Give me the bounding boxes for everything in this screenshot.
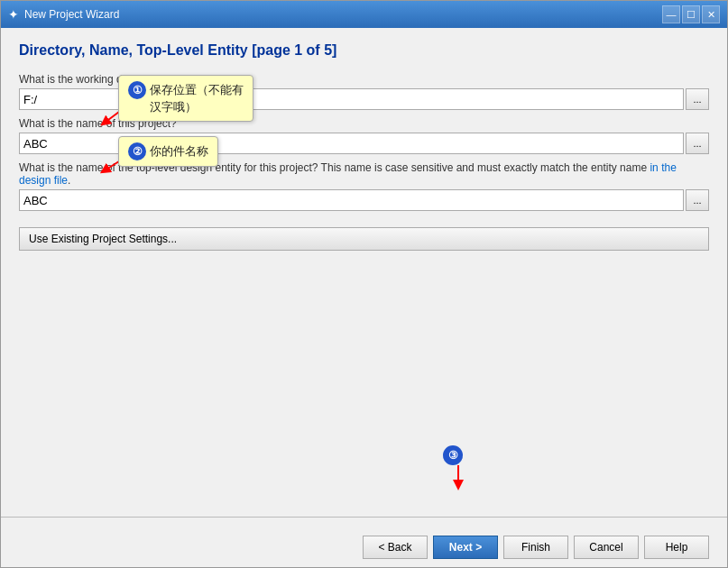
- maximize-button[interactable]: ☐: [682, 5, 700, 23]
- callout-2: ②你的件名称: [118, 136, 218, 167]
- close-button[interactable]: ✕: [702, 5, 720, 23]
- callout-3-badge: ③: [443, 445, 463, 465]
- callout-1-line1: 保存位置（不能有: [150, 83, 244, 96]
- footer: < Back Next > Finish Cancel Help: [1, 527, 727, 567]
- title-bar-text: New Project Wizard: [24, 8, 119, 21]
- top-level-entity-group: What is the name of the top-level design…: [19, 161, 709, 211]
- callout-1: ①保存位置（不能有 汉字哦）: [118, 75, 253, 122]
- project-name-browse-button[interactable]: ...: [686, 133, 709, 154]
- working-directory-browse-button[interactable]: ...: [686, 88, 709, 110]
- use-existing-project-settings-button[interactable]: Use Existing Project Settings...: [19, 227, 709, 251]
- top-level-entity-input[interactable]: [19, 189, 684, 211]
- arrow-3: [449, 465, 467, 490]
- top-level-entity-label-suffix: .: [68, 174, 70, 187]
- top-level-entity-browse-button[interactable]: ...: [686, 189, 709, 211]
- title-bar-left: ✦ New Project Wizard: [8, 7, 119, 22]
- next-button[interactable]: Next >: [433, 536, 498, 559]
- footer-divider: [1, 517, 727, 518]
- help-button[interactable]: Help: [644, 536, 709, 559]
- finish-button[interactable]: Finish: [503, 536, 568, 559]
- callout-2-number: ②: [128, 142, 146, 160]
- top-level-entity-label-prefix: What is the name of the top-level design…: [19, 161, 650, 174]
- app-icon: ✦: [8, 7, 19, 22]
- top-level-entity-input-row: ...: [19, 189, 709, 211]
- cancel-button[interactable]: Cancel: [574, 536, 639, 559]
- window: ✦ New Project Wizard — ☐ ✕ Directory, Na…: [0, 0, 728, 568]
- page-title: Directory, Name, Top-Level Entity [page …: [19, 42, 709, 59]
- minimize-button[interactable]: —: [662, 5, 680, 23]
- back-button[interactable]: < Back: [363, 536, 428, 559]
- callout-1-line2: 汉字哦）: [150, 100, 197, 114]
- callout-2-text: 你的件名称: [150, 144, 208, 158]
- callout-1-number: ①: [128, 81, 146, 99]
- title-bar: ✦ New Project Wizard — ☐ ✕: [1, 1, 727, 28]
- title-bar-controls: — ☐ ✕: [662, 5, 720, 23]
- content-area: Directory, Name, Top-Level Entity [page …: [1, 28, 727, 527]
